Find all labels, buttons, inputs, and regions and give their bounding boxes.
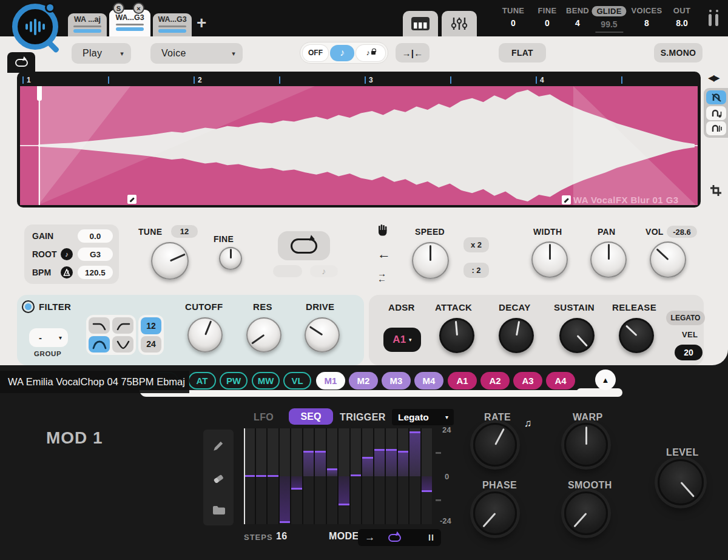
param-slider[interactable] — [595, 32, 623, 33]
highpass-button[interactable] — [112, 317, 133, 334]
seq-step-16[interactable] — [422, 428, 433, 524]
seq-step-10[interactable] — [351, 428, 362, 524]
env-slot-a4[interactable]: A4 — [546, 372, 575, 390]
env-slot-a1[interactable]: A1 — [448, 372, 477, 390]
seq-step-13[interactable] — [386, 428, 397, 524]
loop-mode-tab[interactable] — [7, 52, 35, 73]
note-sync-icon[interactable]: ♫ — [524, 417, 532, 430]
res-knob[interactable] — [246, 317, 281, 353]
param-value[interactable]: 8 — [632, 18, 662, 28]
trigger-dropdown[interactable]: Legato ▾ — [392, 409, 454, 425]
expand-mod-panel-button[interactable]: ▲ — [595, 369, 616, 390]
speed-double-button[interactable]: x 2 — [463, 237, 489, 252]
edit-marker-button[interactable] — [127, 195, 136, 204]
eraser-tool-button[interactable] — [212, 472, 225, 488]
param-value[interactable]: 4 — [566, 18, 589, 28]
add-tab-button[interactable]: + — [197, 13, 206, 33]
width-knob[interactable] — [531, 241, 568, 278]
adsr-slot-dropdown[interactable]: A1 ▾ — [383, 328, 421, 352]
param-value[interactable]: 0 — [538, 18, 557, 28]
lfo-tab[interactable]: LFO — [254, 412, 274, 423]
notch-button[interactable] — [112, 336, 133, 353]
loop-toggle-button[interactable] — [278, 231, 330, 260]
sustain-knob[interactable] — [559, 318, 595, 353]
param-value[interactable]: 8.0 — [673, 18, 690, 28]
seq-step-9[interactable] — [339, 428, 349, 524]
attack-knob[interactable] — [439, 318, 474, 353]
seq-step-7[interactable] — [315, 428, 326, 524]
steps-value[interactable]: 16 — [276, 531, 288, 542]
mod-source-vl[interactable]: VL — [283, 372, 311, 390]
seq-step-4[interactable] — [280, 428, 291, 524]
filter-group-dropdown[interactable]: - ▾ — [29, 328, 68, 347]
phase-knob[interactable] — [473, 491, 517, 535]
smooth-knob[interactable] — [564, 491, 608, 535]
mod-slot-m3[interactable]: M3 — [382, 372, 411, 390]
timeline-ruler[interactable]: 1234 — [20, 74, 698, 86]
close-tab-icon[interactable]: × — [133, 2, 144, 14]
tune-value[interactable]: 12 — [171, 225, 198, 238]
mod-slot-m1[interactable]: M1 — [316, 372, 345, 390]
smono-button[interactable]: S.MONO — [654, 43, 703, 62]
snap-off-button[interactable] — [706, 90, 726, 104]
sync-note-button[interactable]: ♪ — [330, 45, 354, 61]
seq-step-1[interactable] — [244, 428, 255, 524]
ping-pong-icon[interactable]: → ← — [377, 271, 386, 282]
env-slot-a3[interactable]: A3 — [513, 372, 542, 390]
level-knob[interactable] — [658, 459, 704, 505]
seq-step-8[interactable] — [327, 428, 338, 524]
root-value[interactable]: G3 — [78, 248, 113, 261]
decay-knob[interactable] — [499, 318, 534, 353]
vel-value[interactable]: 20 — [675, 345, 703, 360]
snap-note-button[interactable] — [706, 106, 726, 120]
crop-button[interactable] — [710, 184, 722, 199]
voice-mode-dropdown[interactable]: Voice ▾ — [150, 43, 243, 64]
snap-grid-button[interactable] — [706, 121, 726, 135]
vol-value[interactable]: -28.6 — [667, 226, 697, 238]
rate-knob[interactable] — [473, 423, 517, 467]
drive-knob[interactable] — [305, 317, 340, 353]
flat-button[interactable]: FLAT — [499, 43, 546, 62]
play-mode-dropdown[interactable]: Play ▾ — [72, 43, 131, 64]
pencil-tool-button[interactable] — [212, 439, 225, 455]
slope-12-button[interactable]: 12 — [141, 317, 161, 334]
seq-step-15[interactable] — [410, 428, 420, 524]
loop-sub-button[interactable] — [273, 265, 302, 277]
seq-step-12[interactable] — [374, 428, 385, 524]
mode-forward-button[interactable]: → — [365, 531, 375, 544]
bandpass-button[interactable] — [89, 336, 110, 353]
mode-loop-button[interactable] — [388, 534, 401, 542]
mixer-view-tab[interactable] — [442, 11, 477, 36]
legato-button[interactable]: LEGATO — [666, 311, 705, 325]
seq-step-6[interactable] — [303, 428, 314, 524]
cutoff-knob[interactable] — [187, 317, 223, 353]
release-knob[interactable] — [619, 318, 654, 353]
mod-source-at[interactable]: AT — [188, 372, 216, 390]
mod-source-pw[interactable]: PW — [220, 372, 248, 390]
hand-drag-icon[interactable] — [376, 223, 389, 239]
sync-note-lock-button[interactable]: ♪ — [356, 45, 385, 61]
solo-badge[interactable]: S — [113, 2, 124, 14]
speed-half-button[interactable]: : 2 — [463, 263, 489, 278]
gain-value[interactable]: 0.0 — [78, 229, 113, 243]
loop-note-button[interactable]: ♪ — [310, 265, 338, 277]
sync-off-button[interactable]: OFF — [303, 45, 328, 61]
seq-step-2[interactable] — [256, 428, 267, 524]
mod-slot-m2[interactable]: M2 — [349, 372, 378, 390]
bpm-value[interactable]: 120.5 — [78, 266, 113, 279]
preset-tab-2[interactable]: WA...G3 — [109, 10, 150, 36]
vol-knob[interactable] — [650, 241, 686, 278]
preset-tab-3[interactable]: WA...G3 — [153, 13, 192, 36]
mode-hold-button[interactable]: II — [428, 533, 434, 542]
waveform-display[interactable]: WA VocalFX Blur 01 G3 — [20, 86, 698, 205]
seq-step-5[interactable] — [291, 428, 302, 524]
edit-sample-button[interactable] — [562, 195, 571, 204]
play-reverse-icon[interactable]: ← — [377, 246, 391, 262]
collapse-panel-icon[interactable]: ◀▶ — [708, 73, 719, 83]
mod-slot-m4[interactable]: M4 — [414, 372, 443, 390]
env-slot-a2[interactable]: A2 — [480, 372, 510, 390]
seq-step-3[interactable] — [268, 428, 278, 524]
step-sequencer[interactable] — [244, 428, 432, 524]
param-value[interactable]: 99.5 — [592, 19, 626, 29]
snap-to-center-button[interactable]: →|← — [396, 43, 430, 62]
